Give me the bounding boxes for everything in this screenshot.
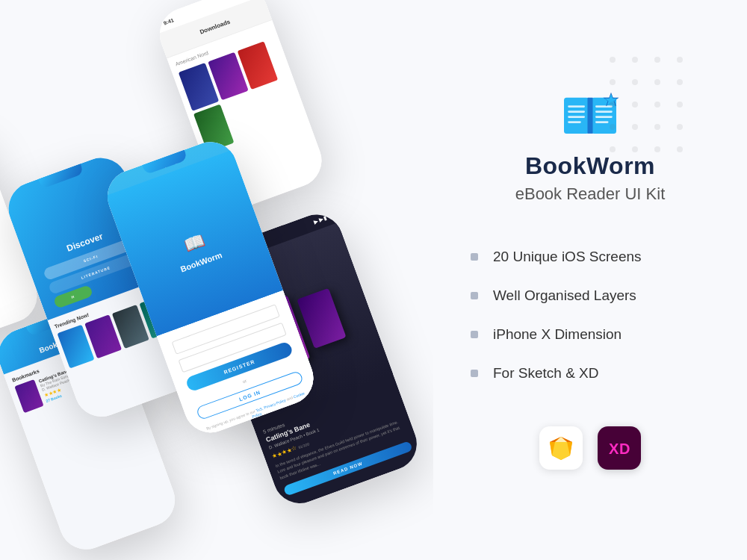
feature-dimension-text: iPhone X Dimension [493, 326, 622, 343]
svg-point-28 [654, 79, 660, 85]
bullet-tools [471, 370, 478, 377]
svg-point-27 [632, 79, 638, 85]
svg-point-40 [654, 146, 660, 152]
svg-point-25 [677, 57, 683, 63]
svg-point-32 [654, 102, 660, 108]
xd-icon-container: X D [598, 426, 641, 470]
phones-container: Note Continue Reading Shadow Memories Is… [0, 0, 433, 560]
login-label: LOG IN [238, 389, 261, 402]
feature-layers-text: Well Organised Layers [493, 287, 636, 304]
svg-point-35 [632, 124, 638, 130]
svg-point-30 [610, 102, 616, 108]
xd-icon: X D [606, 437, 633, 459]
svg-point-36 [654, 124, 660, 130]
svg-text:X: X [609, 441, 619, 457]
svg-marker-18 [552, 442, 570, 460]
svg-rect-0 [564, 97, 589, 133]
login-logo-icon: 📖 [182, 231, 207, 256]
svg-point-34 [610, 124, 616, 130]
feature-tools: For Sketch & XD [471, 365, 725, 382]
svg-point-29 [677, 79, 683, 85]
svg-point-41 [677, 146, 683, 152]
register-label: REGISTER [223, 358, 256, 375]
bg-decoration [590, 37, 740, 261]
svg-point-39 [632, 146, 638, 152]
bullet-layers [471, 292, 478, 299]
svg-rect-6 [568, 121, 581, 123]
features-list: 20 Unique iOS Screens Well Organised Lay… [456, 249, 725, 404]
detail-cover-secondary [297, 288, 346, 349]
svg-point-31 [632, 102, 638, 108]
feature-dimension: iPhone X Dimension [471, 326, 725, 343]
svg-rect-5 [568, 116, 585, 118]
login-app-name: BookWorm [179, 250, 223, 273]
bullet-screens [471, 253, 478, 261]
tools-row: X D [539, 426, 641, 470]
login-or: or [242, 379, 247, 384]
svg-rect-4 [568, 111, 585, 113]
svg-point-33 [677, 102, 683, 108]
feature-tools-text: For Sketch & XD [493, 365, 599, 382]
svg-point-38 [610, 146, 616, 152]
feature-layers: Well Organised Layers [471, 287, 725, 304]
svg-point-22 [610, 57, 616, 63]
sketch-icon-container [539, 426, 583, 470]
phones-section: Note Continue Reading Shadow Memories Is… [0, 0, 433, 560]
bullet-dimension [471, 331, 478, 338]
svg-point-24 [654, 57, 660, 63]
svg-rect-3 [568, 105, 585, 108]
sketch-icon [548, 435, 574, 461]
svg-point-37 [677, 124, 683, 130]
svg-point-23 [632, 57, 638, 63]
svg-text:D: D [619, 441, 630, 457]
svg-point-26 [610, 79, 616, 85]
